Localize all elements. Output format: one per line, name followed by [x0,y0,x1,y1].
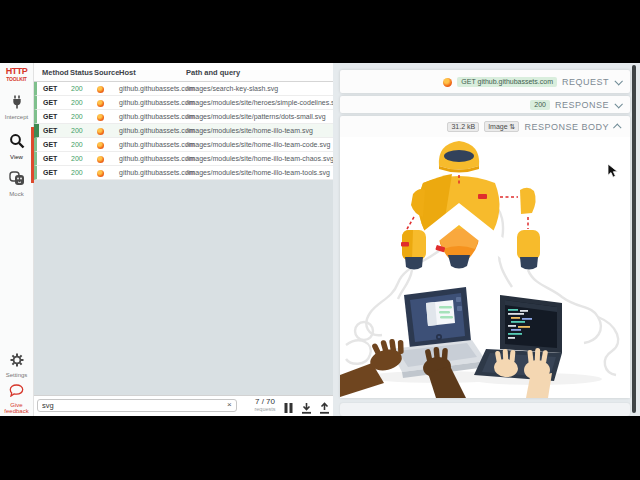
selected-page-indicator [31,127,34,183]
filter-input[interactable] [37,399,237,412]
firefox-icon [97,100,104,108]
firefox-icon [443,73,452,91]
section-title: RESPONSE [555,100,609,110]
cell-status: 200 [71,155,83,162]
chevron-down-icon [614,77,622,85]
sidebar-item-view[interactable]: View [0,133,33,160]
cell-host: github.githubassets.com [119,169,195,176]
pause-button[interactable] [283,400,296,413]
status-code-badge: 200 [530,100,550,110]
cell-status: 200 [71,99,83,106]
table-row[interactable]: GET 200 github.githubassets.com /images/… [34,166,333,180]
section-title: REQUEST [562,77,609,87]
cell-host: github.githubassets.com [119,113,195,120]
robot [401,141,540,270]
cell-host: github.githubassets.com [119,99,195,106]
response-section-header[interactable]: 200 RESPONSE [340,96,630,113]
cell-host: github.githubassets.com [119,85,195,92]
col-host: Host [119,68,136,77]
firefox-icon [97,114,104,122]
firefox-icon [97,142,104,150]
section-title: RESPONSE BODY [524,122,609,132]
table-row[interactable]: GET 200 github.githubassets.com /images/… [34,82,333,96]
cell-path: /images/modules/site/heroes/simple-codel… [186,99,342,106]
sidebar-item-intercept[interactable]: Intercept [0,95,33,120]
firefox-icon [97,86,104,94]
body-format-select[interactable]: Image ⇅ [484,121,519,132]
search-icon [9,133,25,149]
download-icon [301,402,312,414]
table-header-row: Method Status Source Host Path and query [34,63,333,82]
select-arrows-icon: ⇅ [510,123,516,130]
request-section-header[interactable]: GET github.githubassets.com REQUEST [340,70,630,93]
clear-filter-icon[interactable]: × [227,400,232,410]
table-row-selected[interactable]: GET 200 github.githubassets.com /images/… [34,124,333,138]
cell-status: 200 [71,169,83,176]
cell-path: /images/modules/site/home-illo-team.svg [186,127,313,134]
gear-icon [10,353,24,367]
col-method: Method [42,68,69,77]
cell-host: github.githubassets.com [119,127,195,134]
cell-method: GET [43,141,57,148]
panel-scrollbar[interactable] [632,65,636,413]
cell-host: github.githubassets.com [119,141,195,148]
table-row[interactable]: GET 200 github.githubassets.com /images/… [34,110,333,124]
firefox-icon [97,170,104,178]
firefox-icon [97,128,104,136]
pause-icon [283,402,294,414]
upload-button[interactable] [319,400,332,413]
sidebar-item-give-feedback[interactable]: Give feedback [0,383,33,414]
sidebar-item-label: Give feedback [0,402,33,414]
next-card-edge [340,403,630,416]
chevron-down-icon [614,100,622,108]
firefox-icon [97,156,104,164]
speech-bubble-icon [9,384,24,397]
sidebar-item-mock[interactable]: Mock [0,171,33,197]
cell-status: 200 [71,127,83,134]
sidebar-item-label: Settings [0,372,33,378]
cell-method: GET [43,169,57,176]
sidebar-item-label: View [0,154,33,160]
exchange-details-pane: GET github.githubassets.com REQUEST 200 … [333,63,640,416]
cell-status: 200 [71,113,83,120]
cell-path: /images/modules/site/home-illo-team-chao… [186,155,334,162]
request-counter: 7 / 70 requests [249,398,281,412]
list-footer-bar: × 7 / 70 requests [34,395,333,416]
chevron-up-icon [613,123,621,131]
cell-path: /images/modules/site/home-illo-team-tool… [186,169,330,176]
response-body-section: 31.2 kB Image ⇅ RESPONSE BODY [340,116,630,398]
table-row[interactable]: GET 200 github.githubassets.com /images/… [34,138,333,152]
cell-path: /images/modules/site/home-illo-team-code… [186,141,330,148]
table-row[interactable]: GET 200 github.githubassets.com /images/… [34,152,333,166]
request-list-pane: Method Status Source Host Path and query… [34,63,333,416]
download-button[interactable] [301,400,314,413]
cell-method: GET [43,99,57,106]
cell-method: GET [43,127,57,134]
request-count-label: requests [249,406,281,412]
logo-line2: TOOLKIT [0,75,33,83]
cell-status: 200 [71,141,83,148]
mouse-cursor [607,163,619,183]
sidebar: HTTP TOOLKIT Intercept View [0,63,34,416]
logo-line1: HTTP [0,67,33,75]
table-row[interactable]: GET 200 github.githubassets.com /images/… [34,96,333,110]
cell-path: /images/modules/site/patterns/dots-small… [186,113,326,120]
response-body-image-preview [340,137,630,398]
response-body-header[interactable]: 31.2 kB Image ⇅ RESPONSE BODY [340,116,630,137]
col-path: Path and query [186,68,240,77]
plug-icon [10,95,24,109]
http-toolkit-logo: HTTP TOOLKIT [0,67,33,83]
sidebar-item-settings[interactable]: Settings [0,353,33,378]
request-summary-badge: GET github.githubassets.com [457,77,557,87]
http-toolkit-window: HTTP TOOLKIT Intercept View [0,63,640,416]
cell-method: GET [43,155,57,162]
sidebar-item-label: Intercept [0,114,33,120]
request-count: 7 / 70 [249,398,281,406]
cell-status: 200 [71,85,83,92]
cell-host: github.githubassets.com [119,155,195,162]
cell-method: GET [43,113,57,120]
sidebar-item-label: Mock [0,191,33,197]
upload-icon [319,402,330,414]
home-illo-team-svg [340,137,630,398]
col-source: Source [94,68,119,77]
